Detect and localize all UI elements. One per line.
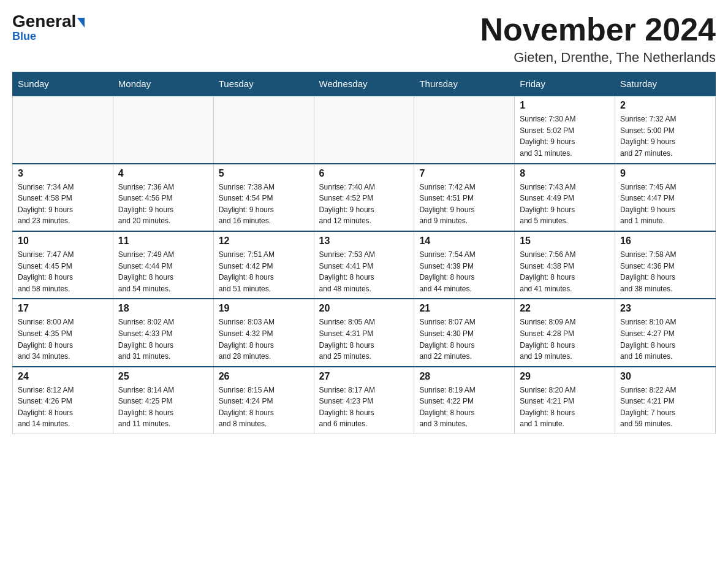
- day-info: Sunrise: 7:43 AMSunset: 4:49 PMDaylight:…: [520, 182, 610, 227]
- calendar-cell: 20Sunrise: 8:05 AMSunset: 4:31 PMDayligh…: [314, 299, 414, 366]
- day-number: 21: [419, 303, 509, 314]
- day-number: 30: [620, 371, 710, 382]
- day-number: 3: [18, 168, 108, 179]
- calendar-week-row-2: 3Sunrise: 7:34 AMSunset: 4:58 PMDaylight…: [13, 164, 716, 231]
- day-info: Sunrise: 8:10 AMSunset: 4:27 PMDaylight:…: [620, 316, 710, 362]
- calendar-cell: 28Sunrise: 8:19 AMSunset: 4:22 PMDayligh…: [414, 367, 515, 434]
- calendar-cell: 29Sunrise: 8:20 AMSunset: 4:21 PMDayligh…: [515, 367, 615, 434]
- day-info: Sunrise: 7:30 AMSunset: 5:02 PMDaylight:…: [520, 113, 610, 159]
- day-number: 2: [620, 100, 710, 111]
- calendar-cell: [13, 96, 113, 163]
- calendar-cell: 22Sunrise: 8:09 AMSunset: 4:28 PMDayligh…: [515, 299, 615, 366]
- calendar-cell: 1Sunrise: 7:30 AMSunset: 5:02 PMDaylight…: [515, 96, 615, 163]
- day-number: 5: [219, 168, 309, 179]
- calendar-cell: 19Sunrise: 8:03 AMSunset: 4:32 PMDayligh…: [213, 299, 314, 366]
- logo-general: General: [12, 12, 85, 31]
- calendar-week-row-5: 24Sunrise: 8:12 AMSunset: 4:26 PMDayligh…: [13, 367, 716, 434]
- day-info: Sunrise: 8:15 AMSunset: 4:24 PMDaylight:…: [219, 385, 309, 430]
- day-info: Sunrise: 7:40 AMSunset: 4:52 PMDaylight:…: [319, 182, 409, 227]
- day-number: 8: [520, 168, 610, 179]
- calendar-cell: 27Sunrise: 8:17 AMSunset: 4:23 PMDayligh…: [314, 367, 414, 434]
- day-info: Sunrise: 7:47 AMSunset: 4:45 PMDaylight:…: [18, 249, 108, 294]
- calendar-cell: 12Sunrise: 7:51 AMSunset: 4:42 PMDayligh…: [213, 231, 314, 299]
- calendar-cell: 5Sunrise: 7:38 AMSunset: 4:54 PMDaylight…: [213, 164, 314, 231]
- day-info: Sunrise: 7:38 AMSunset: 4:54 PMDaylight:…: [219, 182, 309, 227]
- calendar-cell: 3Sunrise: 7:34 AMSunset: 4:58 PMDaylight…: [13, 164, 113, 231]
- day-number: 17: [18, 303, 108, 314]
- logo: General Blue: [12, 12, 85, 43]
- day-number: 4: [118, 168, 208, 179]
- day-number: 15: [520, 236, 610, 247]
- day-info: Sunrise: 8:05 AMSunset: 4:31 PMDaylight:…: [319, 316, 409, 362]
- location-title: Gieten, Drenthe, The Netherlands: [480, 50, 716, 66]
- calendar-cell: [213, 96, 314, 163]
- day-number: 13: [319, 236, 409, 247]
- calendar-cell: 24Sunrise: 8:12 AMSunset: 4:26 PMDayligh…: [13, 367, 113, 434]
- day-info: Sunrise: 7:58 AMSunset: 4:36 PMDaylight:…: [620, 249, 710, 294]
- logo-blue: Blue: [12, 30, 36, 43]
- calendar-cell: [113, 96, 213, 163]
- calendar-header-sunday: Sunday: [13, 72, 113, 96]
- day-info: Sunrise: 7:42 AMSunset: 4:51 PMDaylight:…: [419, 182, 509, 227]
- calendar-header-friday: Friday: [515, 72, 615, 96]
- calendar-cell: 18Sunrise: 8:02 AMSunset: 4:33 PMDayligh…: [113, 299, 213, 366]
- day-number: 29: [520, 371, 610, 382]
- calendar-header-tuesday: Tuesday: [213, 72, 314, 96]
- day-number: 24: [18, 371, 108, 382]
- day-number: 26: [219, 371, 309, 382]
- calendar-header-wednesday: Wednesday: [314, 72, 414, 96]
- month-title: November 2024: [480, 12, 716, 47]
- day-info: Sunrise: 8:12 AMSunset: 4:26 PMDaylight:…: [18, 385, 108, 430]
- calendar-cell: 25Sunrise: 8:14 AMSunset: 4:25 PMDayligh…: [113, 367, 213, 434]
- calendar-header-thursday: Thursday: [414, 72, 515, 96]
- calendar-cell: [314, 96, 414, 163]
- day-number: 25: [118, 371, 208, 382]
- day-info: Sunrise: 7:34 AMSunset: 4:58 PMDaylight:…: [18, 182, 108, 227]
- calendar-header-monday: Monday: [113, 72, 213, 96]
- day-number: 12: [219, 236, 309, 247]
- day-info: Sunrise: 8:07 AMSunset: 4:30 PMDaylight:…: [419, 316, 509, 362]
- calendar-cell: 14Sunrise: 7:54 AMSunset: 4:39 PMDayligh…: [414, 231, 515, 299]
- day-info: Sunrise: 7:53 AMSunset: 4:41 PMDaylight:…: [319, 249, 409, 294]
- calendar-cell: 10Sunrise: 7:47 AMSunset: 4:45 PMDayligh…: [13, 231, 113, 299]
- calendar-cell: [414, 96, 515, 163]
- calendar-week-row-3: 10Sunrise: 7:47 AMSunset: 4:45 PMDayligh…: [13, 231, 716, 299]
- day-number: 9: [620, 168, 710, 179]
- day-info: Sunrise: 8:02 AMSunset: 4:33 PMDaylight:…: [118, 316, 208, 362]
- day-info: Sunrise: 8:17 AMSunset: 4:23 PMDaylight:…: [319, 385, 409, 430]
- calendar-week-row-4: 17Sunrise: 8:00 AMSunset: 4:35 PMDayligh…: [13, 299, 716, 366]
- day-info: Sunrise: 8:09 AMSunset: 4:28 PMDaylight:…: [520, 316, 610, 362]
- page-header: General Blue November 2024 Gieten, Drent…: [12, 12, 716, 66]
- title-section: November 2024 Gieten, Drenthe, The Nethe…: [480, 12, 716, 66]
- calendar-cell: 15Sunrise: 7:56 AMSunset: 4:38 PMDayligh…: [515, 231, 615, 299]
- day-info: Sunrise: 8:03 AMSunset: 4:32 PMDaylight:…: [219, 316, 309, 362]
- day-number: 20: [319, 303, 409, 314]
- calendar-header-saturday: Saturday: [615, 72, 716, 96]
- day-info: Sunrise: 8:19 AMSunset: 4:22 PMDaylight:…: [419, 385, 509, 430]
- calendar-cell: 7Sunrise: 7:42 AMSunset: 4:51 PMDaylight…: [414, 164, 515, 231]
- day-info: Sunrise: 7:49 AMSunset: 4:44 PMDaylight:…: [118, 249, 208, 294]
- day-number: 14: [419, 236, 509, 247]
- day-number: 23: [620, 303, 710, 314]
- calendar-week-row-1: 1Sunrise: 7:30 AMSunset: 5:02 PMDaylight…: [13, 96, 716, 163]
- calendar-cell: 16Sunrise: 7:58 AMSunset: 4:36 PMDayligh…: [615, 231, 716, 299]
- day-info: Sunrise: 7:54 AMSunset: 4:39 PMDaylight:…: [419, 249, 509, 294]
- day-number: 19: [219, 303, 309, 314]
- day-info: Sunrise: 7:45 AMSunset: 4:47 PMDaylight:…: [620, 182, 710, 227]
- calendar-header-row: SundayMondayTuesdayWednesdayThursdayFrid…: [13, 72, 716, 96]
- day-info: Sunrise: 7:56 AMSunset: 4:38 PMDaylight:…: [520, 249, 610, 294]
- day-number: 27: [319, 371, 409, 382]
- day-number: 18: [118, 303, 208, 314]
- day-number: 6: [319, 168, 409, 179]
- calendar-cell: 2Sunrise: 7:32 AMSunset: 5:00 PMDaylight…: [615, 96, 716, 163]
- day-info: Sunrise: 7:32 AMSunset: 5:00 PMDaylight:…: [620, 113, 710, 159]
- calendar-cell: 23Sunrise: 8:10 AMSunset: 4:27 PMDayligh…: [615, 299, 716, 366]
- calendar-cell: 21Sunrise: 8:07 AMSunset: 4:30 PMDayligh…: [414, 299, 515, 366]
- day-number: 28: [419, 371, 509, 382]
- day-info: Sunrise: 8:22 AMSunset: 4:21 PMDaylight:…: [620, 385, 710, 430]
- day-number: 16: [620, 236, 710, 247]
- calendar-cell: 6Sunrise: 7:40 AMSunset: 4:52 PMDaylight…: [314, 164, 414, 231]
- day-number: 11: [118, 236, 208, 247]
- day-number: 1: [520, 100, 610, 111]
- calendar-cell: 17Sunrise: 8:00 AMSunset: 4:35 PMDayligh…: [13, 299, 113, 366]
